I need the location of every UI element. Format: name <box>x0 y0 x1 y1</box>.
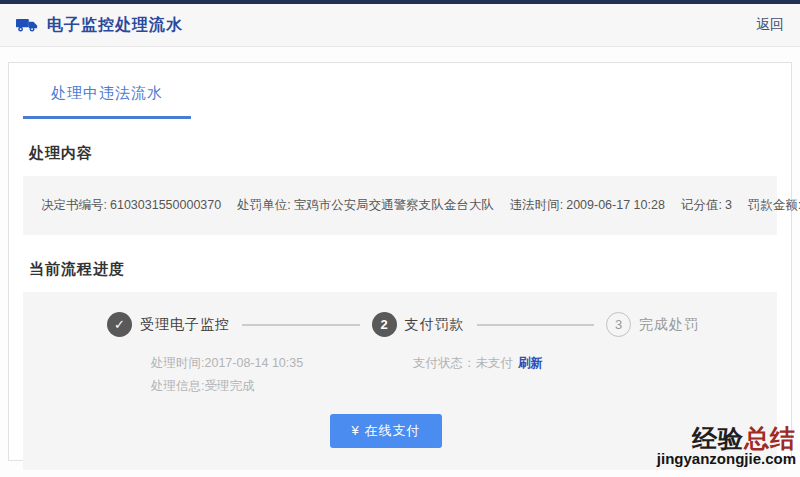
payment-status: 支付状态：未支付 <box>413 356 513 370</box>
step-number-badge: 2 <box>372 312 397 337</box>
field-penalty-unit: 处罚单位:宝鸡市公安局交通警察支队金台大队 <box>237 197 493 214</box>
step-number-badge: 3 <box>606 312 631 337</box>
step-tracker: ✓ 受理电子监控 2 支付罚款 3 完成处罚 <box>23 312 777 337</box>
step-complete-penalty: 3 完成处罚 <box>606 312 699 337</box>
field-decision-number: 决定书编号:6103031550000370 <box>41 197 221 214</box>
progress-panel: ✓ 受理电子监控 2 支付罚款 3 完成处罚 处理时间:2017-08-14 1… <box>23 292 777 470</box>
field-points: 记分值:3 <box>681 197 732 214</box>
truck-icon <box>16 17 38 33</box>
refresh-link[interactable]: 刷新 <box>518 356 543 370</box>
main-card: 处理中违法流水 处理内容 决定书编号:6103031550000370 处罚单位… <box>8 62 792 461</box>
page-header: 电子监控处理流水 返回 <box>0 4 800 47</box>
check-icon: ✓ <box>107 312 132 337</box>
page-title: 电子监控处理流水 <box>47 15 183 36</box>
step-details-row: 处理时间:2017-08-14 10:35 处理信息:受理完成 支付状态：未支付… <box>23 352 777 398</box>
field-fine-amount: 罚款金额:100 <box>748 197 800 214</box>
pay-button-row: ¥ 在线支付 <box>23 414 777 448</box>
progress-section-heading: 当前流程进度 <box>29 260 791 279</box>
online-pay-button[interactable]: ¥ 在线支付 <box>330 414 443 448</box>
field-violation-time: 违法时间:2009-06-17 10:28 <box>510 197 665 214</box>
step2-details: 支付状态：未支付刷新 <box>413 352 543 398</box>
content-section-heading: 处理内容 <box>29 144 791 163</box>
step-accept-monitoring: ✓ 受理电子监控 <box>107 312 230 337</box>
violation-detail-box: 决定书编号:6103031550000370 处罚单位:宝鸡市公安局交通警察支队… <box>23 176 777 235</box>
tab-processing-violations[interactable]: 处理中违法流水 <box>23 84 191 119</box>
step-pay-fine: 2 支付罚款 <box>372 312 465 337</box>
step-connector <box>477 324 595 326</box>
processing-info: 处理信息:受理完成 <box>151 375 413 398</box>
step-connector <box>242 324 360 326</box>
step1-details: 处理时间:2017-08-14 10:35 处理信息:受理完成 <box>151 352 413 398</box>
back-link[interactable]: 返回 <box>756 16 784 34</box>
processing-time: 处理时间:2017-08-14 10:35 <box>151 352 413 375</box>
